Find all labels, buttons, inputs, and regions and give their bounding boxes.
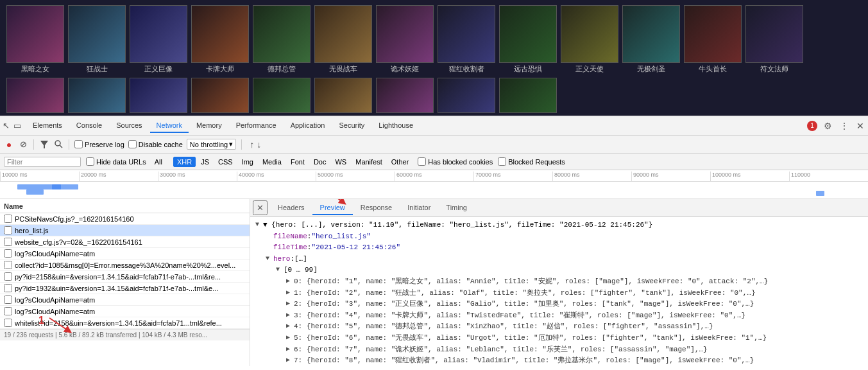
file-checkbox-2[interactable] bbox=[4, 238, 12, 246]
download-btn[interactable]: ↓ bbox=[257, 139, 261, 150]
file-checkbox-4[interactable] bbox=[4, 261, 12, 269]
file-checkbox-8[interactable] bbox=[4, 307, 12, 315]
all-filter-btn[interactable]: All bbox=[151, 157, 166, 167]
blocked-cookies-label[interactable]: Has blocked cookies bbox=[418, 157, 493, 166]
filter-manifest[interactable]: Manifest bbox=[352, 157, 386, 167]
file-list-item-8[interactable]: log?sCloudApiName=atm bbox=[0, 306, 250, 317]
preserve-log-checkbox[interactable] bbox=[74, 140, 83, 148]
file-checkbox-1[interactable] bbox=[4, 226, 12, 234]
entry-expand-arrow-2[interactable] bbox=[286, 299, 294, 309]
tab-sources[interactable]: Sources bbox=[110, 119, 148, 133]
blocked-requests-label[interactable]: Blocked Requests bbox=[498, 157, 565, 166]
file-checkbox-3[interactable] bbox=[4, 249, 12, 258]
filter-img[interactable]: Img bbox=[238, 157, 257, 167]
hero-item-trundle[interactable]: 牛头首长 bbox=[684, 5, 742, 74]
file-checkbox-9[interactable] bbox=[4, 319, 12, 327]
search-button[interactable] bbox=[53, 139, 64, 150]
hero-item-galio[interactable]: 正义巨像 bbox=[130, 5, 187, 74]
upload-btn[interactable]: ↑ bbox=[250, 139, 254, 150]
hero-item-yi[interactable]: 无极剑圣 bbox=[622, 5, 680, 74]
file-checkbox-7[interactable] bbox=[4, 295, 12, 304]
hero-expand-arrow[interactable] bbox=[266, 254, 273, 264]
tab-performance[interactable]: Performance bbox=[230, 119, 283, 133]
hero-item-leblanc[interactable]: 诡术妖姬 bbox=[376, 5, 434, 74]
record-button[interactable]: ● bbox=[4, 139, 14, 150]
filter-button[interactable] bbox=[39, 139, 49, 150]
blocked-cookies-checkbox[interactable] bbox=[418, 157, 426, 166]
filter-xhr[interactable]: XHR bbox=[173, 157, 196, 167]
filter-css[interactable]: CSS bbox=[214, 157, 237, 167]
entry-expand-arrow-4[interactable] bbox=[286, 321, 294, 331]
preserve-log-label[interactable]: Preserve log bbox=[74, 140, 124, 148]
hero-item-olaf[interactable]: 狂战士 bbox=[68, 5, 126, 74]
file-checkbox-0[interactable] bbox=[4, 215, 12, 223]
preview-close-btn[interactable]: ✕ bbox=[253, 200, 268, 215]
close-icon[interactable]: ✕ bbox=[855, 119, 865, 132]
range-expand-arrow[interactable] bbox=[276, 265, 284, 275]
preview-tab-initiator[interactable]: Initiator bbox=[400, 201, 438, 215]
disable-cache-checkbox[interactable] bbox=[128, 140, 137, 148]
disable-cache-label[interactable]: Disable cache bbox=[128, 140, 183, 148]
hero-item-veigar[interactable]: 符文法师 bbox=[745, 5, 803, 74]
hero-item-fiddle[interactable]: 远古恐惧 bbox=[499, 5, 557, 74]
hero-item-r2-4[interactable] bbox=[191, 78, 249, 113]
root-expand-arrow[interactable] bbox=[255, 220, 263, 230]
hero-item-r2-8[interactable] bbox=[438, 78, 495, 113]
filter-font[interactable]: Font bbox=[287, 157, 309, 167]
preview-tab-headers[interactable]: Headers bbox=[270, 201, 312, 215]
tab-network[interactable]: Network bbox=[150, 119, 189, 133]
tab-application[interactable]: Application bbox=[284, 119, 332, 133]
hide-data-urls-checkbox[interactable] bbox=[86, 157, 94, 166]
hero-item-r2-1[interactable] bbox=[6, 78, 64, 113]
entry-expand-arrow-3[interactable] bbox=[286, 310, 294, 321]
vertical-dots-icon[interactable]: ⋮ bbox=[838, 119, 850, 132]
hero-item-r2-9[interactable] bbox=[499, 78, 557, 113]
entry-expand-arrow-5[interactable] bbox=[286, 333, 294, 343]
filter-media[interactable]: Media bbox=[259, 157, 285, 167]
hero-item-r2-2[interactable] bbox=[68, 78, 126, 113]
tab-lighthouse[interactable]: Lighthouse bbox=[372, 119, 420, 133]
hero-item-vla[interactable]: 猩红收割者 bbox=[438, 5, 495, 74]
hero-item-xinzhao[interactable]: 德邦总管 bbox=[253, 5, 311, 74]
file-list-item-1[interactable]: hero_list.js bbox=[0, 225, 250, 236]
tab-console[interactable]: Console bbox=[70, 119, 108, 133]
preview-tab-response[interactable]: Response bbox=[353, 201, 400, 215]
hero-item-r2-5[interactable] bbox=[253, 78, 311, 113]
entry-expand-arrow-7[interactable] bbox=[286, 355, 294, 366]
hero-item-annie[interactable]: 黑暗之女 bbox=[6, 5, 64, 74]
file-checkbox-5[interactable] bbox=[4, 272, 12, 281]
tab-security[interactable]: Security bbox=[332, 119, 371, 133]
throttle-dropdown[interactable]: No throttling ▾ bbox=[187, 139, 236, 150]
filter-doc[interactable]: Doc bbox=[310, 157, 330, 167]
file-list-item-4[interactable]: collect?id=1085&msg[0]=Error.message%3A%… bbox=[0, 260, 250, 271]
file-list-item-9[interactable]: whitelist?id=2158&uin=&version=1.34.15&a… bbox=[0, 317, 250, 329]
filter-js[interactable]: JS bbox=[197, 157, 213, 167]
entry-expand-arrow-6[interactable] bbox=[286, 344, 294, 355]
file-list-item-7[interactable]: log?sCloudApiName=atm bbox=[0, 294, 250, 306]
hide-data-urls-label[interactable]: Hide data URLs bbox=[86, 157, 146, 166]
filter-other[interactable]: Other bbox=[387, 157, 413, 167]
hero-item-r2-7[interactable] bbox=[376, 78, 434, 113]
preview-tab-preview[interactable]: Preview bbox=[312, 201, 353, 215]
hero-item-justice[interactable]: 正义天使 bbox=[561, 5, 618, 74]
preview-tab-timing[interactable]: Timing bbox=[438, 201, 475, 215]
file-list-item-3[interactable]: log?sCloudApiName=atm bbox=[0, 248, 250, 260]
file-list-item-0[interactable]: PCSiteNavsCfg.js?_=1622016154160 bbox=[0, 213, 250, 225]
tab-elements[interactable]: Elements bbox=[26, 119, 69, 133]
tab-memory[interactable]: Memory bbox=[190, 119, 228, 133]
entry-expand-arrow-1[interactable] bbox=[286, 288, 294, 298]
file-checkbox-6[interactable] bbox=[4, 284, 12, 292]
file-list-item-5[interactable]: py?id=2158&uin=&version=1.34.15&aid=fcfa… bbox=[0, 271, 250, 283]
filter-input[interactable] bbox=[4, 157, 81, 167]
stop-button[interactable]: ⊘ bbox=[18, 139, 28, 150]
entry-expand-arrow-0[interactable] bbox=[286, 276, 294, 286]
file-list-item-2[interactable]: website_cfg.js?v=02&_=1622016154161 bbox=[0, 236, 250, 248]
hero-item-tf[interactable]: 卡牌大师 bbox=[191, 5, 249, 74]
blocked-requests-checkbox[interactable] bbox=[498, 157, 506, 166]
filter-ws[interactable]: WS bbox=[331, 157, 350, 167]
file-list-item-6[interactable]: py?id=1932&uin=&version=1.34.15&aid=fcfa… bbox=[0, 283, 250, 294]
hero-item-r2-6[interactable] bbox=[314, 78, 372, 113]
hero-item-urgot[interactable]: 无畏战车 bbox=[314, 5, 372, 74]
hero-item-r2-3[interactable] bbox=[130, 78, 187, 113]
settings-icon[interactable]: ⚙ bbox=[822, 119, 833, 132]
